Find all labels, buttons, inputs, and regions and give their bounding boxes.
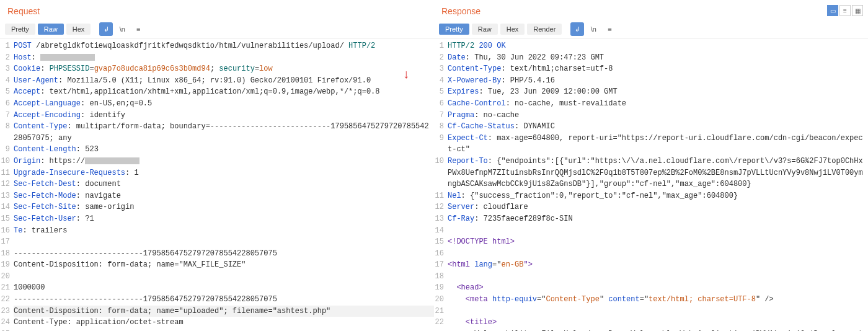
- code-line[interactable]: 20: [0, 271, 434, 283]
- line-content[interactable]: Cf-Ray: 7235faecef289f8c-SIN: [448, 213, 868, 225]
- tab-raw[interactable]: Raw: [472, 24, 498, 35]
- code-line[interactable]: 211000000: [0, 282, 434, 294]
- request-body[interactable]: 1POST /abretgldkfotiewqloaskdfjritkfedwq…: [0, 39, 434, 331]
- line-content[interactable]: Accept-Language: en-US,en;q=0.5: [14, 98, 434, 110]
- line-content[interactable]: Sec-Fetch-Dest: document: [14, 179, 434, 190]
- code-line[interactable]: 12Sec-Fetch-Dest: document: [0, 179, 434, 190]
- line-content[interactable]: <html lang="en-GB">: [448, 259, 868, 271]
- code-line[interactable]: 9Content-Length: 523: [0, 144, 434, 156]
- line-content[interactable]: [14, 329, 434, 331]
- line-content[interactable]: HTTP/2 200 OK: [448, 40, 868, 52]
- code-line[interactable]: 6Cache-Control: no-cache, must-revalidat…: [434, 98, 868, 110]
- code-line[interactable]: 15Sec-Fetch-User: ?1: [0, 213, 434, 225]
- line-content[interactable]: Cookie: PHPSESSID=gvap7o8udca8ip69c6s3b0…: [14, 63, 434, 75]
- line-content[interactable]: User-Agent: Mozilla/5.0 (X11; Linux x86_…: [14, 75, 434, 87]
- line-content[interactable]: Content-Type: application/octet-stream: [14, 317, 434, 329]
- line-content[interactable]: Content-Type: text/html;charset=utf-8: [448, 63, 868, 75]
- line-content[interactable]: [14, 271, 434, 283]
- tab-pretty[interactable]: Pretty: [439, 24, 469, 35]
- line-content[interactable]: Date: Thu, 30 Jun 2022 09:47:23 GMT: [448, 52, 868, 64]
- line-content[interactable]: <head>: [448, 282, 868, 294]
- code-line[interactable]: 17: [0, 236, 434, 248]
- code-line[interactable]: 10Report-To: {"endpoints":[{"url":"https…: [434, 156, 868, 190]
- code-line[interactable]: Vulnerability: File Upload :: Damn Vulne…: [434, 329, 868, 331]
- code-line[interactable]: 5Accept: text/html,application/xhtml+xml…: [0, 86, 434, 98]
- wrap-lines-icon[interactable]: ↲: [570, 22, 584, 36]
- code-line[interactable]: 4User-Agent: Mozilla/5.0 (X11; Linux x86…: [0, 75, 434, 87]
- line-content[interactable]: <!DOCTYPE html>: [448, 236, 868, 248]
- code-line[interactable]: 8Content-Type: multipart/form-data; boun…: [0, 121, 434, 144]
- code-line[interactable]: 9Expect-Ct: max-age=604800, report-uri="…: [434, 133, 868, 156]
- line-content[interactable]: POST /abretgldkfotiewqloaskdfjritkfedwqs…: [14, 40, 434, 52]
- tab-raw[interactable]: Raw: [38, 24, 64, 35]
- line-content[interactable]: Expect-Ct: max-age=604800, report-uri="h…: [448, 133, 868, 156]
- line-content[interactable]: Pragma: no-cache: [448, 110, 868, 121]
- code-line[interactable]: 4X-Powered-By: PHP/5.4.16: [434, 75, 868, 87]
- line-content[interactable]: <meta http-equiv="Content-Type" content=…: [448, 294, 868, 306]
- line-content[interactable]: <title>: [448, 317, 868, 329]
- wrap-lines-icon[interactable]: ↲: [99, 22, 113, 36]
- line-content[interactable]: Content-Type: multipart/form-data; bound…: [14, 121, 434, 144]
- code-line[interactable]: 8Cf-Cache-Status: DYNAMIC: [434, 121, 868, 133]
- code-line[interactable]: 12Server: cloudflare: [434, 201, 868, 213]
- list-layout-icon[interactable]: ≡: [839, 5, 851, 16]
- code-line[interactable]: 3Content-Type: text/html;charset=utf-8: [434, 63, 868, 75]
- line-content[interactable]: Content-Disposition: form-data; name="up…: [14, 306, 434, 317]
- code-line[interactable]: 7Accept-Encoding: identify: [0, 110, 434, 121]
- code-line[interactable]: 21: [434, 306, 868, 317]
- tab-render[interactable]: Render: [527, 24, 562, 35]
- line-content[interactable]: [14, 236, 434, 248]
- line-content[interactable]: Accept-Encoding: identify: [14, 110, 434, 121]
- line-content[interactable]: Content-Disposition: form-data; name="MA…: [14, 259, 434, 271]
- response-body[interactable]: 1HTTP/2 200 OK2Date: Thu, 30 Jun 2022 09…: [434, 39, 868, 331]
- code-line[interactable]: 23Content-Disposition: form-data; name="…: [0, 306, 434, 317]
- code-line[interactable]: 1POST /abretgldkfotiewqloaskdfjritkfedwq…: [0, 40, 434, 52]
- code-line[interactable]: 16: [434, 248, 868, 260]
- line-content[interactable]: Host:: [14, 52, 434, 64]
- line-content[interactable]: Report-To: {"endpoints":[{"url":"https:\…: [448, 156, 868, 190]
- line-content[interactable]: Content-Length: 523: [14, 144, 434, 156]
- line-content[interactable]: Vulnerability: File Upload :: Damn Vulne…: [448, 329, 868, 331]
- code-line[interactable]: 22 <title>: [434, 317, 868, 329]
- line-content[interactable]: Accept: text/html,application/xhtml+xml,…: [14, 86, 434, 98]
- code-line[interactable]: 13Sec-Fetch-Mode: navigate: [0, 190, 434, 202]
- code-line[interactable]: 6Accept-Language: en-US,en;q=0.5: [0, 98, 434, 110]
- code-line[interactable]: 19 <head>: [434, 282, 868, 294]
- code-line[interactable]: 20 <meta http-equiv="Content-Type" conte…: [434, 294, 868, 306]
- line-content[interactable]: [448, 248, 868, 260]
- line-content[interactable]: [448, 306, 868, 317]
- line-content[interactable]: Te: trailers: [14, 225, 434, 237]
- line-content[interactable]: Sec-Fetch-Site: same-origin: [14, 201, 434, 213]
- code-line[interactable]: 7Pragma: no-cache: [434, 110, 868, 121]
- code-line[interactable]: 14: [434, 225, 868, 237]
- line-content[interactable]: Cache-Control: no-cache, must-revalidate: [448, 98, 868, 110]
- menu-icon[interactable]: ≡: [131, 22, 145, 36]
- columns-layout-icon[interactable]: ▭: [827, 5, 838, 16]
- code-line[interactable]: 15<!DOCTYPE html>: [434, 236, 868, 248]
- line-content[interactable]: Expires: Tue, 23 Jun 2009 12:00:00 GMT: [448, 86, 868, 98]
- code-line[interactable]: 25: [0, 329, 434, 331]
- line-content[interactable]: X-Powered-By: PHP/5.4.16: [448, 75, 868, 87]
- line-content[interactable]: Upgrade-Insecure-Requests: 1: [14, 167, 434, 179]
- code-line[interactable]: 2Host:: [0, 52, 434, 64]
- code-line[interactable]: 22-----------------------------179585647…: [0, 294, 434, 306]
- line-content[interactable]: Cf-Cache-Status: DYNAMIC: [448, 121, 868, 133]
- line-content[interactable]: 1000000: [14, 282, 434, 294]
- code-line[interactable]: 13Cf-Ray: 7235faecef289f8c-SIN: [434, 213, 868, 225]
- line-content[interactable]: Nel: {"success_fraction":0,"report_to":"…: [448, 190, 868, 202]
- line-content[interactable]: [448, 225, 868, 237]
- tab-hex[interactable]: Hex: [66, 24, 91, 35]
- line-content[interactable]: -----------------------------17958564752…: [14, 248, 434, 260]
- code-line[interactable]: 18-----------------------------179585647…: [0, 248, 434, 260]
- code-line[interactable]: 2Date: Thu, 30 Jun 2022 09:47:23 GMT: [434, 52, 868, 64]
- code-line[interactable]: 10Origin: https://: [0, 156, 434, 167]
- line-content[interactable]: Origin: https://: [14, 156, 434, 167]
- line-content[interactable]: Sec-Fetch-User: ?1: [14, 213, 434, 225]
- code-line[interactable]: 5Expires: Tue, 23 Jun 2009 12:00:00 GMT: [434, 86, 868, 98]
- code-line[interactable]: 14Sec-Fetch-Site: same-origin: [0, 201, 434, 213]
- line-content[interactable]: Server: cloudflare: [448, 201, 868, 213]
- newline-icon[interactable]: \n: [115, 22, 129, 36]
- tab-hex[interactable]: Hex: [500, 24, 525, 35]
- code-line[interactable]: 1HTTP/2 200 OK: [434, 40, 868, 52]
- grid-layout-icon[interactable]: ▦: [852, 5, 863, 16]
